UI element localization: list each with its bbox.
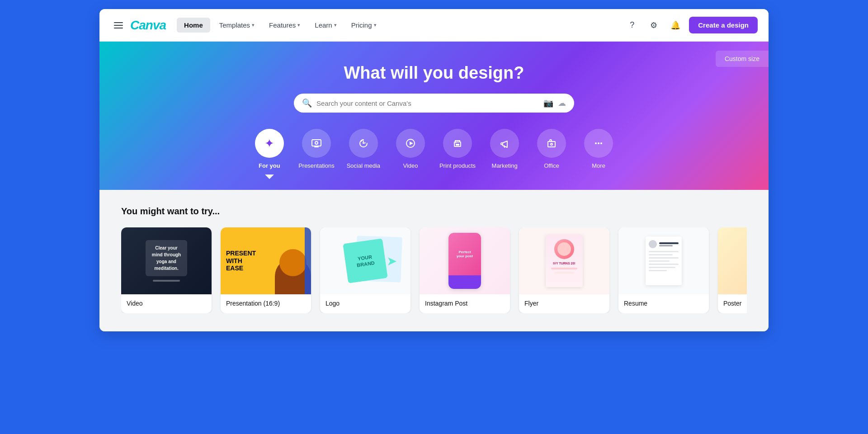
category-label: Marketing [492, 162, 518, 169]
menu-button[interactable] [110, 19, 127, 32]
search-icon: 🔍 [302, 98, 312, 108]
nav-features-button[interactable]: Features ▾ [264, 18, 306, 33]
suggestions-section: You might want to try... Clear yourmind … [99, 190, 769, 331]
category-label: Social media [347, 162, 380, 169]
card-label: Poster [718, 294, 747, 313]
social-media-icon [349, 129, 378, 158]
search-bar: 🔍 📷 ☁ [294, 94, 574, 113]
nav-learn-button[interactable]: Learn ▾ [309, 18, 342, 33]
poster-card[interactable]: COUNT★THESMILES Poster [718, 227, 747, 313]
svg-point-11 [600, 142, 602, 144]
card-label: Instagram Post [420, 294, 510, 313]
category-bar: ✦ For you Presentations Social media [118, 129, 750, 190]
resume-card[interactable]: Resume [618, 227, 709, 313]
video-card[interactable]: Clear yourmind throughyoga andmeditation… [121, 227, 212, 313]
category-label: More [592, 162, 605, 169]
print-products-icon [443, 129, 472, 158]
svg-point-6 [455, 142, 456, 143]
chevron-down-icon: ▾ [297, 22, 300, 28]
category-label: Print products [439, 162, 476, 169]
category-social-media[interactable]: Social media [345, 129, 382, 179]
svg-point-8 [551, 143, 552, 145]
category-label: For you [259, 162, 280, 169]
help-icon: ? [630, 20, 634, 30]
card-thumbnail: PRESENTWITHEASE [221, 227, 311, 294]
flyer-card[interactable]: IVY TURNS 20! Flyer [519, 227, 609, 313]
category-print-products[interactable]: Print products [439, 129, 476, 179]
chevron-down-icon: ▾ [252, 22, 255, 28]
category-presentations[interactable]: Presentations [298, 129, 335, 179]
header: Canva Home Templates ▾ Features ▾ Learn … [99, 9, 769, 42]
card-thumbnail [618, 227, 709, 294]
svg-rect-5 [456, 144, 459, 146]
svg-point-9 [595, 142, 597, 144]
gear-icon: ⚙ [650, 20, 657, 30]
suggestions-title: You might want to try... [121, 206, 747, 217]
settings-button[interactable]: ⚙ [646, 17, 662, 33]
help-button[interactable]: ? [624, 17, 640, 33]
suggestions-grid: Clear yourmind throughyoga andmeditation… [121, 227, 747, 313]
category-label: Office [544, 162, 559, 169]
canva-logo[interactable]: Canva [130, 18, 166, 33]
svg-rect-7 [548, 142, 555, 147]
card-thumbnail: IVY TURNS 20! [519, 227, 609, 294]
camera-icon[interactable]: 📷 [543, 98, 553, 108]
card-label: Video [121, 294, 212, 313]
chevron-down-icon: ▾ [374, 22, 377, 28]
category-for-you[interactable]: ✦ For you [251, 129, 288, 179]
header-actions: ? ⚙ 🔔 Create a design [624, 17, 758, 33]
presentations-icon [302, 129, 331, 158]
nav-pricing-button[interactable]: Pricing ▾ [346, 18, 382, 33]
search-input[interactable] [316, 99, 539, 107]
card-thumbnail: Perfectyour post [420, 227, 510, 294]
instagram-post-card[interactable]: Perfectyour post Instagram Post [420, 227, 510, 313]
card-label: Presentation (16:9) [221, 294, 311, 313]
create-design-button[interactable]: Create a design [689, 17, 758, 33]
category-label: Presentations [298, 162, 335, 169]
svg-marker-3 [410, 142, 413, 145]
video-icon [396, 129, 425, 158]
nav-home-button[interactable]: Home [177, 18, 210, 33]
category-video[interactable]: Video [392, 129, 429, 179]
svg-point-1 [315, 142, 318, 144]
custom-size-button[interactable]: Custom size [716, 51, 769, 67]
for-you-icon: ✦ [255, 129, 284, 158]
svg-rect-0 [312, 140, 321, 146]
card-label: Resume [618, 294, 709, 313]
svg-point-10 [598, 142, 599, 144]
chevron-down-icon: ▾ [334, 22, 337, 28]
card-label: Flyer [519, 294, 609, 313]
card-thumbnail: Clear yourmind throughyoga andmeditation… [121, 227, 212, 294]
card-thumbnail: COUNT★THESMILES [718, 227, 747, 294]
category-more[interactable]: More [580, 129, 617, 179]
logo-card[interactable]: YOURBRAND ➤ Logo [320, 227, 410, 313]
hero-title: What will you design? [118, 63, 750, 83]
hero-section: Custom size What will you design? 🔍 📷 ☁ … [99, 42, 769, 190]
presentation-card[interactable]: PRESENTWITHEASE Presentation (16:9) [221, 227, 311, 313]
nav-templates-button[interactable]: Templates ▾ [214, 18, 260, 33]
category-label: Video [403, 162, 418, 169]
category-office[interactable]: Office [533, 129, 570, 179]
main-window: Canva Home Templates ▾ Features ▾ Learn … [99, 9, 769, 331]
card-thumbnail: YOURBRAND ➤ [320, 227, 410, 294]
marketing-icon [490, 129, 519, 158]
card-label: Logo [320, 294, 410, 313]
category-marketing[interactable]: Marketing [486, 129, 523, 179]
notifications-button[interactable]: 🔔 [667, 17, 684, 33]
office-icon [537, 129, 566, 158]
bell-icon: 🔔 [670, 20, 680, 30]
upload-icon[interactable]: ☁ [558, 98, 566, 108]
more-icon [584, 129, 613, 158]
